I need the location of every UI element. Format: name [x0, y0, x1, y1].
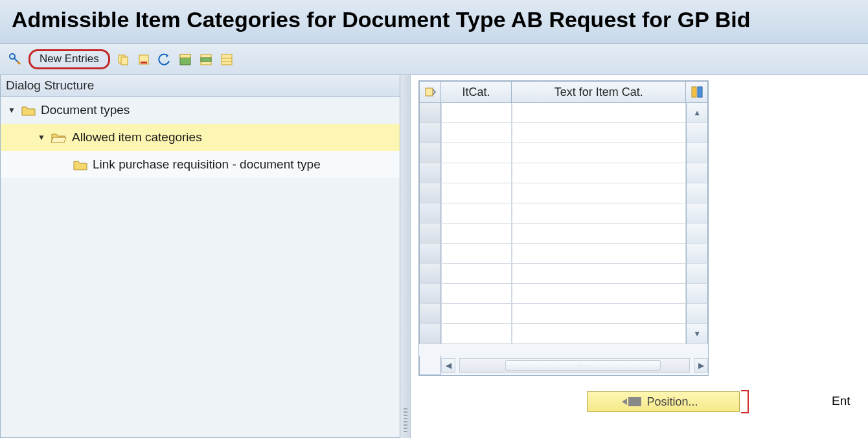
splitter-handle[interactable] — [400, 75, 411, 438]
cell-itcat[interactable] — [441, 224, 512, 244]
scroll-track[interactable] — [686, 304, 708, 324]
cell-text[interactable] — [512, 224, 686, 244]
cell-itcat[interactable] — [441, 304, 512, 324]
cell-text[interactable] — [512, 123, 686, 143]
horizontal-scrollbar[interactable]: ◀ ··· ▶ — [419, 356, 708, 375]
scroll-up-icon[interactable]: ▲ — [686, 103, 708, 123]
grid-row[interactable] — [419, 143, 708, 163]
position-icon — [628, 397, 641, 406]
scroll-track[interactable] — [686, 203, 708, 224]
svg-rect-12 — [426, 88, 433, 96]
work-area: Dialog Structure ▼ Document types ▼ Allo… — [0, 75, 868, 438]
cell-itcat[interactable] — [441, 284, 512, 304]
cell-text[interactable] — [512, 264, 686, 284]
scroll-track[interactable] — [686, 284, 708, 304]
grid-select-all-icon[interactable] — [419, 81, 441, 103]
scroll-track[interactable] — [686, 163, 708, 183]
row-selector[interactable] — [419, 143, 441, 163]
table-panel: ItCat. Text for Item Cat. ▲ — [411, 75, 709, 438]
cell-text[interactable] — [512, 244, 686, 264]
position-button-label: Position... — [646, 395, 698, 409]
cell-itcat[interactable] — [441, 244, 512, 264]
item-category-grid: ItCat. Text for Item Cat. ▲ — [418, 80, 709, 376]
expand-collapse-icon[interactable]: ▼ — [37, 133, 46, 142]
hscroll-right-icon[interactable]: ▶ — [694, 358, 708, 373]
grid-row[interactable] — [419, 163, 708, 183]
scroll-track[interactable] — [686, 183, 708, 203]
row-selector[interactable] — [419, 183, 441, 203]
grid-configure-icon[interactable] — [686, 81, 708, 103]
row-selector[interactable] — [419, 244, 441, 264]
grid-row[interactable] — [419, 203, 708, 224]
cell-itcat[interactable] — [441, 103, 512, 123]
expand-collapse-icon[interactable]: ▼ — [7, 106, 16, 115]
cell-text[interactable] — [512, 163, 686, 183]
copy-as-icon[interactable] — [115, 52, 131, 67]
row-selector[interactable] — [419, 163, 441, 183]
row-selector[interactable] — [419, 123, 441, 143]
delete-icon[interactable] — [136, 52, 152, 67]
grid-row[interactable] — [419, 244, 708, 264]
position-button[interactable]: Position... — [587, 391, 740, 412]
select-all-icon[interactable] — [177, 52, 193, 67]
cell-text[interactable] — [512, 284, 686, 304]
grid-row[interactable] — [419, 224, 708, 244]
cell-itcat[interactable] — [441, 264, 512, 284]
tree-node-document-types[interactable]: ▼ Document types — [1, 97, 400, 124]
cell-text[interactable] — [512, 103, 686, 123]
cell-text[interactable] — [512, 304, 686, 324]
hscroll-thumb[interactable]: ··· — [505, 360, 661, 371]
grid-row[interactable]: ▼ — [419, 324, 708, 344]
cell-text[interactable] — [512, 183, 686, 203]
row-selector[interactable] — [419, 324, 441, 344]
select-block-icon[interactable] — [198, 52, 214, 67]
cell-text[interactable] — [512, 324, 686, 344]
scroll-track[interactable] — [686, 264, 708, 284]
row-selector[interactable] — [419, 304, 441, 324]
footer-text-fragment: Ent — [832, 394, 851, 408]
scroll-track[interactable] — [686, 224, 708, 244]
display-change-toggle-icon[interactable] — [8, 52, 23, 67]
row-selector[interactable] — [419, 224, 441, 244]
grid-row[interactable] — [419, 264, 708, 284]
svg-rect-6 — [180, 54, 190, 58]
cell-itcat[interactable] — [441, 183, 512, 203]
cell-text[interactable] — [512, 203, 686, 224]
toolbar: New Entries — [0, 44, 868, 75]
svg-rect-13 — [692, 87, 696, 97]
folder-closed-icon — [73, 159, 87, 170]
cell-text[interactable] — [512, 143, 686, 163]
tree-node-allowed-item-categories[interactable]: ▼ Allowed item categories — [1, 124, 400, 151]
cell-itcat[interactable] — [441, 163, 512, 183]
row-selector[interactable] — [419, 103, 441, 123]
scroll-track[interactable] — [686, 244, 708, 264]
grid-row[interactable] — [419, 123, 708, 143]
svg-rect-4 — [141, 62, 147, 63]
grid-col-text[interactable]: Text for Item Cat. — [512, 81, 686, 103]
undo-icon[interactable] — [157, 52, 172, 67]
new-entries-button[interactable]: New Entries — [29, 49, 110, 69]
title-bar: Admissible Item Categories for Document … — [0, 0, 868, 44]
cell-itcat[interactable] — [441, 203, 512, 224]
scroll-track[interactable] — [686, 143, 708, 163]
hscroll-track[interactable]: ··· — [459, 358, 690, 373]
cell-itcat[interactable] — [441, 324, 512, 344]
cell-itcat[interactable] — [441, 143, 512, 163]
grid-row[interactable] — [419, 183, 708, 203]
grid-row[interactable] — [419, 284, 708, 304]
cell-itcat[interactable] — [441, 123, 512, 143]
svg-rect-2 — [121, 57, 128, 65]
grid-row[interactable]: ▲ — [419, 103, 708, 123]
row-selector[interactable] — [419, 264, 441, 284]
scroll-track[interactable] — [686, 123, 708, 143]
row-selector[interactable] — [419, 203, 441, 224]
hscroll-left-icon[interactable]: ◀ — [441, 358, 455, 373]
deselect-all-icon[interactable] — [219, 52, 234, 67]
folder-open-icon — [51, 132, 67, 143]
tree-node-link-purchase-requisition[interactable]: Link purchase requisition - document typ… — [1, 151, 400, 178]
scroll-down-icon[interactable]: ▼ — [686, 324, 708, 344]
svg-rect-14 — [698, 87, 702, 97]
grid-row[interactable] — [419, 304, 708, 324]
grid-col-itcat[interactable]: ItCat. — [441, 81, 512, 103]
row-selector[interactable] — [419, 284, 441, 304]
